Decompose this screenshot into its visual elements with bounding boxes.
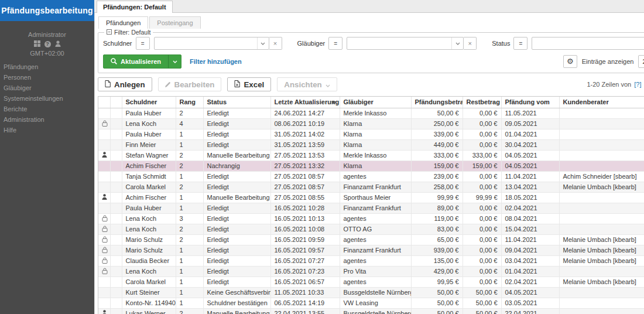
cell-status: Nachrangig	[203, 161, 270, 171]
cell-vom: 03.04.2021	[501, 255, 559, 266]
cell-rest: 333,00 €	[463, 150, 501, 161]
operator-button-status[interactable]: =	[513, 37, 527, 50]
create-button[interactable]: Anlegen	[98, 77, 152, 91]
cell-glaeubiger: Klarna	[340, 139, 411, 150]
operator-button-schuldner[interactable]: =	[136, 37, 150, 50]
table-row[interactable]: Lena Koch1Erledigt16.05.2021 07:23Pro Vi…	[98, 266, 644, 277]
refresh-button-label: Aktualisieren	[121, 58, 161, 65]
table-row[interactable]: Paula Huber2Erledigt24.06.2021 14:27Merk…	[98, 108, 644, 118]
cell-rest: 50,00 €	[463, 308, 501, 314]
filter-combobox-glubiger[interactable]	[347, 37, 464, 50]
column-header-letzteaktualisierung[interactable]: Letzte Aktualisierung	[270, 97, 340, 108]
column-header-rang[interactable]: Rang	[176, 97, 203, 108]
edit-button[interactable]: Bearbeiten	[158, 77, 222, 91]
cell-glaeubiger: agentes	[340, 255, 411, 266]
sidebar-item-pfndungen[interactable]: Pfändungen	[0, 62, 94, 72]
lock-icon	[98, 266, 110, 277]
help-icon[interactable]: ?	[44, 41, 51, 47]
sidebar-item-glubiger[interactable]: Gläubiger	[0, 83, 94, 93]
cell-berater	[559, 161, 644, 171]
entries-select[interactable]: 20	[638, 55, 644, 68]
toolbar: Anlegen Bearbeiten Excel Ansichten 1-20 …	[98, 77, 644, 91]
column-header-status[interactable]: Status	[203, 97, 270, 108]
cell-status: Erledigt	[203, 129, 270, 139]
collapse-icon[interactable]	[107, 29, 112, 36]
tab-posteingang[interactable]: Posteingang	[149, 16, 200, 29]
table-row[interactable]: Finn Meier1Erledigt31.05.2021 13:59Klarn…	[98, 139, 644, 150]
sidebar-item-hilfe[interactable]: Hilfe	[0, 125, 94, 135]
cell-letzte: 27.05.2021 08:57	[270, 171, 340, 182]
table-row[interactable]: Mario Schulz1Erledigt16.05.2021 09:57Fin…	[98, 245, 644, 255]
sidebar-item-berichte[interactable]: Berichte	[0, 104, 94, 114]
sidebar-item-systemeinstellungen[interactable]: Systemeinstellungen	[0, 93, 94, 104]
entries-label: Einträge anzeigen	[582, 58, 634, 65]
cell-rest: 0,00 €	[463, 255, 501, 266]
operator-button-glubiger[interactable]: =	[328, 37, 342, 50]
column-header-schuldner[interactable]: Schuldner	[122, 97, 176, 108]
chevron-down-icon[interactable]	[451, 37, 463, 49]
cell-letzte: 22.04.2021 13:55	[270, 308, 340, 314]
grid-icon[interactable]	[34, 40, 40, 48]
table-row[interactable]: Paula Huber1Erledigt16.05.2021 10:28Fina…	[98, 203, 644, 213]
cell-letzte: 16.05.2021 10:08	[270, 224, 340, 234]
person-icon	[98, 192, 110, 203]
person-icon	[98, 308, 110, 314]
table-row[interactable]: Mario Schulz2Erledigt16.05.2021 09:59age…	[98, 234, 644, 245]
table-row[interactable]: Claudia Becker1Erledigt16.05.2021 07:27a…	[98, 255, 644, 266]
app-root: Pfändungsbearbeitung Administrator ? GMT…	[0, 0, 644, 314]
column-header-gläubiger[interactable]: Gläubiger	[340, 97, 411, 108]
column-header-pfändungsbetrag[interactable]: Pfändungsbetrag	[411, 97, 463, 108]
add-filter-link[interactable]: Filter hinzufügen	[190, 58, 242, 65]
cell-berater	[559, 192, 644, 203]
column-header-kundenberater[interactable]: Kundenberater	[559, 97, 644, 108]
row-count-link[interactable]: [?]	[634, 81, 641, 88]
cell-vom: 04.05.2021	[501, 150, 559, 161]
table-row[interactable]: Carola Markel2Erledigt27.05.2021 08:57Fi…	[98, 182, 644, 192]
table-row[interactable]: Carola Markel1Erledigt16.05.2021 06:57ag…	[98, 277, 644, 287]
clear-icon[interactable]: ×	[269, 37, 282, 50]
table-row[interactable]: Lena Koch4Erledigt08.06.2021 10:19Klarna…	[98, 118, 644, 129]
filter-label-glubiger: Gläubiger	[297, 40, 326, 47]
cell-schuldner: Paula Huber	[122, 129, 176, 139]
table-row[interactable]: Lena Koch2Erledigt16.05.2021 10:08OTTO A…	[98, 224, 644, 234]
cell-glaeubiger: VW Leasing	[340, 298, 411, 308]
table-row[interactable]: Lena Koch3Erledigt16.05.2021 10:13agente…	[98, 213, 644, 224]
table-row[interactable]: Lukas Werner2Manuelle Bearbeitung22.04.2…	[98, 308, 644, 314]
cell-berater	[559, 118, 644, 129]
table-row[interactable]: Konto-Nr. 1149401Schuldner bestätigen06.…	[98, 298, 644, 308]
cell-rest: 0,00 €	[463, 266, 501, 277]
refresh-split-button[interactable]: Aktualisieren	[103, 54, 181, 69]
cell-berater	[559, 308, 644, 314]
refresh-button[interactable]: Aktualisieren	[104, 55, 168, 68]
filter-combobox-schuldner[interactable]	[154, 37, 269, 50]
cell-rang: 1	[176, 298, 203, 308]
table-row[interactable]: Achim Fischer1Manuelle Bearbeitung27.05.…	[98, 192, 644, 203]
user-icon[interactable]	[55, 40, 61, 48]
gear-icon[interactable]: ⚙	[563, 55, 577, 68]
table-row[interactable]: Paula Huber1Erledigt31.05.2021 14:02Klar…	[98, 129, 644, 139]
chevron-down-icon[interactable]	[257, 37, 269, 49]
window-tab-pfaendungen-default[interactable]: Pfändungen: Default	[97, 1, 173, 13]
table-row[interactable]: Stefan Wagner2Manuelle Bearbeitung27.05.…	[98, 150, 644, 161]
refresh-dropdown-button[interactable]	[168, 55, 181, 68]
icon-cell-empty	[110, 234, 122, 245]
views-button[interactable]: Ansichten	[277, 77, 337, 91]
column-header-pfändungvom[interactable]: Pfändung vom	[501, 97, 559, 108]
table-header-row: SchuldnerRangStatusLetzte Aktualisierung…	[98, 97, 644, 108]
clear-icon[interactable]: ×	[464, 37, 477, 50]
table-row[interactable]: Kurt Steiner1Keine Geschäftsverbindung11…	[98, 287, 644, 298]
user-icons: ?	[0, 40, 94, 47]
icon-cell-empty	[98, 161, 110, 171]
sidebar-item-personen[interactable]: Personen	[0, 72, 94, 83]
filter-combobox-status[interactable]	[532, 37, 644, 50]
cell-vom: 04.05.2021	[501, 161, 559, 171]
tab-pfändungen[interactable]: Pfändungen	[98, 16, 148, 29]
column-header-restbetrag[interactable]: Restbetrag	[463, 97, 501, 108]
filter-label-status: Status	[492, 40, 510, 47]
sidebar-item-administration[interactable]: Administration	[0, 114, 94, 125]
cell-berater: Melanie Umbach [kbearb]	[559, 255, 644, 266]
table-row[interactable]: Tanja Schmidt1Erledigt27.05.2021 08:57ag…	[98, 171, 644, 182]
cell-glaeubiger: OTTO AG	[340, 224, 411, 234]
table-row[interactable]: Achim Fischer2Nachrangig27.05.2021 13:32…	[98, 161, 644, 171]
excel-export-button[interactable]: Excel	[227, 77, 271, 91]
